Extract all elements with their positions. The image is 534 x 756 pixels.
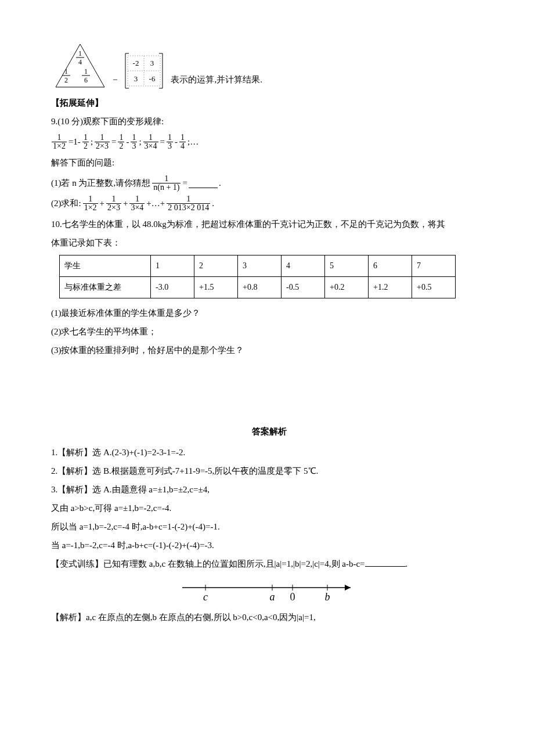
br-r2c2: -6 bbox=[149, 74, 156, 83]
minus-sign: − bbox=[113, 71, 117, 93]
tri-left-den: 2 bbox=[64, 76, 68, 84]
q9-identities: 11×2 =1- 12 ; 12×3 = 12 - 13 ; 13×4 = 13… bbox=[51, 134, 488, 150]
q9-part1: (1)若 n 为正整数,请你猜想 1n(n + 1) = . bbox=[51, 175, 488, 192]
triangle-figure: 1 4 1 2 1 6 bbox=[51, 41, 109, 93]
bracket-figure: -2 3 3 -6 bbox=[121, 49, 167, 93]
variant-blank bbox=[365, 557, 406, 567]
q9-p1-blank bbox=[189, 179, 218, 188]
tri-top-den: 4 bbox=[78, 58, 82, 66]
q9-stem: 9.(10 分)观察下面的变形规律: bbox=[51, 113, 488, 130]
tri-top-num: 1 bbox=[78, 49, 82, 57]
ans-1: 1.【解析】选 A.(2-3)+(-1)=2-3-1=-2. bbox=[51, 444, 488, 461]
variant-question: 【变式训练】已知有理数 a,b,c 在数轴上的位置如图所示,且|a|=1,|b|… bbox=[51, 555, 488, 573]
ans-variant: 【解析】a,c 在原点的左侧,b 在原点的右侧,所以 b>0,c<0,a<0,因… bbox=[51, 609, 488, 626]
nl-c: c bbox=[203, 591, 208, 603]
br-r2c1: 3 bbox=[134, 74, 138, 83]
ans-3-l1: 3.【解析】选 A.由题意得 a=±1,b=±2,c=±4, bbox=[51, 481, 488, 498]
tri-right-den: 6 bbox=[84, 76, 88, 84]
q10-p1: (1)最接近标准体重的学生体重是多少？ bbox=[51, 304, 488, 322]
q10-p2: (2)求七名学生的平均体重； bbox=[51, 323, 488, 340]
numberline-figure: c a 0 b bbox=[51, 576, 488, 605]
page-root: 1 4 1 2 1 6 − -2 3 3 -6 表示的运算,并计 bbox=[0, 0, 534, 756]
figure-caption: 表示的运算,并计算结果. bbox=[171, 71, 262, 93]
tri-right-num: 1 bbox=[84, 67, 88, 75]
nl-b: b bbox=[325, 591, 330, 603]
ans-3-l4: 当 a=-1,b=-2,c=-4 时,a-b+c=(-1)-(-2)+(-4)=… bbox=[51, 537, 488, 554]
br-r1c2: 3 bbox=[150, 59, 154, 67]
ans-3-l2: 又由 a>b>c,可得 a=±1,b=-2,c=-4. bbox=[51, 499, 488, 517]
table-row: 与标准体重之差 -3.0 +1.5 +0.8 -0.5 +0.2 +1.2 +0… bbox=[60, 277, 456, 298]
q10-p3: (3)按体重的轻重排列时，恰好居中的是那个学生？ bbox=[51, 341, 488, 359]
cell-student-label: 学生 bbox=[60, 255, 151, 277]
answers-heading: 答案解析 bbox=[51, 423, 488, 440]
cell-diff-label: 与标准体重之差 bbox=[60, 277, 151, 298]
tri-left-num: 1 bbox=[64, 67, 68, 75]
br-r1c1: -2 bbox=[133, 59, 139, 67]
q9-subintro: 解答下面的问题: bbox=[51, 154, 488, 171]
figure-row: 1 4 1 2 1 6 − -2 3 3 -6 表示的运算,并计 bbox=[51, 41, 488, 93]
section-extension: 【拓展延伸】 bbox=[51, 94, 488, 111]
nl-zero: 0 bbox=[290, 591, 295, 603]
ans-2: 2.【解析】选 B.根据题意可列式-7+11-9=-5,所以午夜的温度是零下 5… bbox=[51, 462, 488, 480]
q10-table: 学生 1 2 3 4 5 6 7 与标准体重之差 -3.0 +1.5 +0.8 … bbox=[59, 255, 456, 298]
q9-part2: (2)求和: 11×2 + 12×3 + 13×4 +…+ 12 013×2 0… bbox=[51, 195, 488, 212]
nl-a: a bbox=[270, 591, 275, 603]
ans-3-l3: 所以当 a=1,b=-2,c=-4 时,a-b+c=1-(-2)+(-4)=-1… bbox=[51, 518, 488, 535]
q10-stem-l2: 体重记录如下表： bbox=[51, 234, 488, 251]
svg-marker-8 bbox=[345, 585, 351, 591]
q10-stem-l1: 10.七名学生的体重，以 48.0kg为标准，把超过标准体重的千克计记为正数，不… bbox=[51, 215, 488, 233]
table-row: 学生 1 2 3 4 5 6 7 bbox=[60, 255, 456, 277]
